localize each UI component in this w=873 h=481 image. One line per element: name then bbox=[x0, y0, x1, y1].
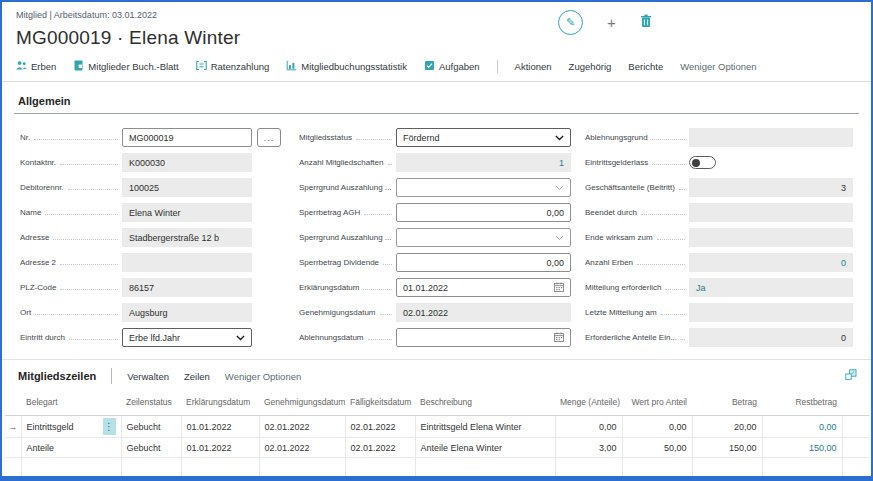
header-menge-anteile[interactable]: Menge (Anteile) bbox=[555, 391, 622, 416]
less-options-link[interactable]: Weniger Optionen bbox=[680, 61, 756, 72]
header-faelligkeitsdatum[interactable]: Fälligkeitsdatum bbox=[345, 391, 415, 416]
field-label-plz-code: PLZ-Code bbox=[20, 283, 56, 292]
sperrbetrag-dividende-input[interactable]: 0,00 bbox=[396, 253, 571, 272]
ablehnungsdatum-input[interactable] bbox=[396, 328, 571, 347]
cell-wert-pro-anteil[interactable]: 0,00 bbox=[622, 416, 692, 438]
cell-beschreibung[interactable]: Eintrittsgeld Elena Winter bbox=[415, 416, 555, 438]
header-belegart[interactable]: Belegart bbox=[21, 391, 121, 416]
cell-restbetrag-link[interactable]: 150,00 bbox=[762, 438, 842, 458]
field-label-anzahl-erben: Anzahl Erben bbox=[585, 258, 633, 267]
cell-betrag[interactable]: 20,00 bbox=[692, 416, 762, 438]
header-genehmigungsdatum[interactable]: Genehmigungsdatum bbox=[259, 391, 345, 416]
cell-zeilenstatus[interactable]: Gebucht bbox=[121, 438, 181, 458]
cell-erklaerungsdatum[interactable]: 01.01.2022 bbox=[181, 416, 259, 438]
nr-assist-button[interactable]: ... bbox=[257, 128, 281, 147]
ribbon-menu-berichte[interactable]: Berichte bbox=[628, 61, 663, 72]
lines-less-options-link[interactable]: Weniger Optionen bbox=[225, 371, 301, 382]
field-label-beendet-durch: Beendet durch bbox=[585, 208, 637, 217]
ribbon-menu-zugehoerig[interactable]: Zugehörig bbox=[569, 61, 612, 72]
anzahl-erben-field: 0 bbox=[689, 253, 853, 272]
header-restbetrag[interactable]: Restbetrag bbox=[762, 391, 842, 416]
erklaerungsdatum-input[interactable]: 01.01.2022 bbox=[396, 278, 571, 297]
installment-icon bbox=[196, 60, 207, 73]
action-ribbon: Erben Mitglieder Buch.-Blatt Ratenzahlun… bbox=[2, 60, 871, 82]
field-label-sperrgrund-auszahlung-2: Sperrgrund Auszahlung ... bbox=[299, 233, 392, 242]
nr-input[interactable]: MG000019 bbox=[122, 128, 252, 147]
field-label-ablehnungsgrund: Ablehnungsgrund bbox=[585, 133, 648, 142]
cell-zeilenstatus[interactable]: Gebucht bbox=[121, 416, 181, 438]
mitteilung-erforderlich-link[interactable]: Ja bbox=[696, 283, 706, 293]
cell-genehmigungsdatum[interactable]: 02.01.2022 bbox=[259, 416, 345, 438]
cell-belegart[interactable]: Anteile bbox=[21, 438, 121, 458]
anzahl-mitgliedschaften-link[interactable]: 1 bbox=[559, 158, 564, 168]
letzte-mitteilung-am-field bbox=[689, 303, 853, 322]
cell-beschreibung[interactable]: Anteile Elena Winter bbox=[415, 438, 555, 458]
edit-button[interactable]: ✎ bbox=[558, 10, 583, 35]
delete-button[interactable] bbox=[640, 14, 652, 32]
cell-restbetrag-link[interactable]: 0,00 bbox=[762, 416, 842, 438]
cell-betrag[interactable]: 150,00 bbox=[692, 438, 762, 458]
ribbon-item-mitglieder-buch-blatt[interactable]: Mitglieder Buch.-Blatt bbox=[73, 60, 178, 73]
ribbon-menu-aktionen[interactable]: Aktionen bbox=[515, 61, 552, 72]
field-label-sperrgrund-auszahlung-1: Sperrgrund Auszahlung ... bbox=[299, 183, 392, 192]
cell-faelligkeitsdatum[interactable]: 02.01.2022 bbox=[345, 438, 415, 458]
sperrbetrag-agh-input[interactable]: 0,00 bbox=[396, 203, 571, 222]
row-menu-icon[interactable]: ⋮ bbox=[103, 418, 116, 435]
field-label-genehmigungsdatum: Genehmigungsdatum bbox=[299, 308, 376, 317]
field-label-adresse2: Adresse 2 bbox=[20, 258, 56, 267]
cell-erklaerungsdatum[interactable]: 01.01.2022 bbox=[181, 438, 259, 458]
cell-menge[interactable]: 3,00 bbox=[555, 438, 622, 458]
field-label-mitgliedsstatus: Mitgliedsstatus bbox=[299, 133, 352, 142]
mitteilung-erforderlich-field: Ja bbox=[689, 278, 853, 297]
header-beschreibung[interactable]: Beschreibung bbox=[415, 391, 555, 416]
adresse2-field bbox=[122, 253, 252, 272]
ribbon-item-aufgaben[interactable]: Aufgaben bbox=[424, 60, 480, 73]
form-column-1: Nr. MG000019 ... Kontaktnr. K000030 Debi… bbox=[20, 125, 285, 350]
eintritt-durch-select[interactable]: Erbe lfd.Jahr bbox=[122, 328, 252, 347]
calendar-icon[interactable] bbox=[554, 332, 564, 344]
ribbon-item-mitgliedbuchungsstatistik[interactable]: Mitgliedbuchungsstatistik bbox=[286, 60, 407, 73]
ribbon-separator bbox=[497, 60, 498, 73]
adresse-field: Stadbergerstraße 12 b bbox=[122, 228, 252, 247]
lines-menu-verwalten[interactable]: Verwalten bbox=[127, 371, 169, 382]
section-mitgliedszeilen-title[interactable]: Mitgliedszeilen bbox=[18, 370, 96, 382]
breadcrumb: Mitglied | Arbeitsdatum: 03.01.2022 bbox=[2, 2, 871, 20]
cell-belegart[interactable]: Eintrittsgeld ⋮ bbox=[21, 416, 121, 438]
sperrgrund-auszahlung-1-combo[interactable] bbox=[396, 178, 571, 197]
cell-wert-pro-anteil[interactable]: 50,00 bbox=[622, 438, 692, 458]
chevron-down-icon bbox=[555, 233, 564, 243]
table-row-empty bbox=[5, 458, 869, 478]
add-button[interactable]: + bbox=[607, 15, 616, 30]
eintrittsgelderlass-toggle[interactable] bbox=[689, 156, 716, 169]
ribbon-item-ratenzahlung[interactable]: Ratenzahlung bbox=[196, 60, 270, 73]
anzahl-erben-link[interactable]: 0 bbox=[841, 258, 846, 268]
ablehnungsgrund-field bbox=[689, 128, 853, 147]
erforderliche-anteile-field: 0 bbox=[689, 328, 853, 347]
trash-icon bbox=[640, 14, 652, 32]
expand-lines-icon[interactable] bbox=[845, 367, 857, 385]
header-betrag[interactable]: Betrag bbox=[692, 391, 762, 416]
field-label-eintritt-durch: Eintritt durch bbox=[20, 333, 65, 342]
cell-menge[interactable]: 0,00 bbox=[555, 416, 622, 438]
cell-faelligkeitsdatum[interactable]: 02.01.2022 bbox=[345, 416, 415, 438]
form-column-2: Mitgliedsstatus Fördernd Anzahl Mitglied… bbox=[299, 125, 571, 350]
lines-menu-zeilen[interactable]: Zeilen bbox=[184, 371, 210, 382]
field-label-debitorennr: Debitorennr. bbox=[20, 183, 64, 192]
field-label-ablehnungsdatum: Ablehnungsdatum bbox=[299, 333, 364, 342]
journal-icon bbox=[73, 60, 84, 73]
current-row-indicator: → bbox=[5, 416, 21, 438]
field-label-ort: Ort bbox=[20, 308, 31, 317]
pencil-icon: ✎ bbox=[566, 16, 575, 29]
field-label-adresse: Adresse bbox=[20, 233, 49, 242]
calendar-icon[interactable] bbox=[554, 282, 564, 294]
header-wert-pro-anteil[interactable]: Wert pro Anteil bbox=[622, 391, 692, 416]
sperrgrund-auszahlung-2-combo[interactable] bbox=[396, 228, 571, 247]
mitgliedsstatus-select[interactable]: Fördernd bbox=[396, 128, 571, 147]
header-zeilenstatus[interactable]: Zeilenstatus bbox=[121, 391, 181, 416]
header-erklaerungsdatum[interactable]: Erklärungsdatum bbox=[181, 391, 259, 416]
cell-genehmigungsdatum[interactable]: 02.01.2022 bbox=[259, 438, 345, 458]
ribbon-item-erben[interactable]: Erben bbox=[16, 60, 56, 73]
section-allgemein-header[interactable]: Allgemein bbox=[14, 91, 859, 114]
lines-separator bbox=[111, 368, 112, 384]
table-header-row: Belegart Zeilenstatus Erklärungsdatum Ge… bbox=[5, 391, 869, 416]
